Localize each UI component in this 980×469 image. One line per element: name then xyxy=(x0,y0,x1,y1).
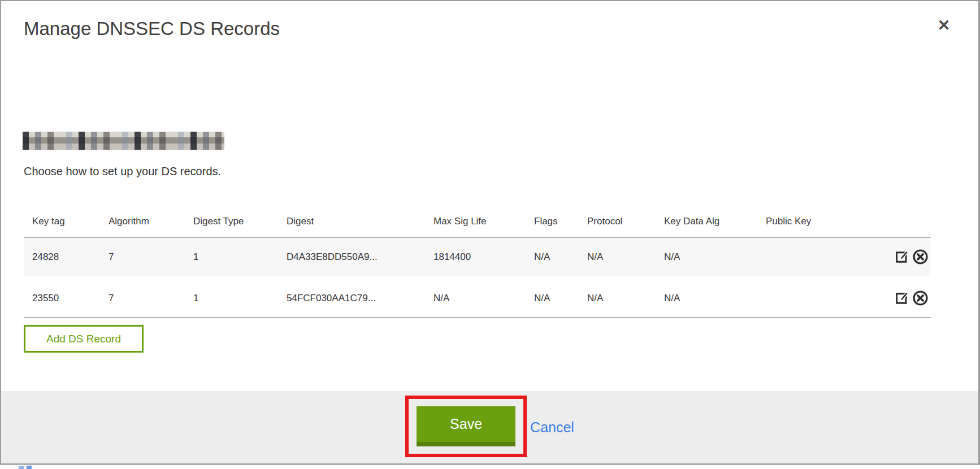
col-header-max-sig-life: Max Sig Life xyxy=(433,216,534,227)
delete-record-icon[interactable] xyxy=(912,290,929,307)
row-actions xyxy=(882,290,931,307)
col-header-algorithm: Algorithm xyxy=(109,216,193,227)
col-header-protocol: Protocol xyxy=(587,216,664,227)
cell-key-data-alg: N/A xyxy=(664,293,766,304)
table-bottom-rule xyxy=(24,317,931,318)
row-actions xyxy=(882,249,931,266)
cancel-link[interactable]: Cancel xyxy=(530,419,574,436)
col-header-digest: Digest xyxy=(287,216,433,227)
underlying-page-sliver xyxy=(0,465,980,469)
cell-digest-type: 1 xyxy=(193,293,287,304)
cell-max-sig-life: N/A xyxy=(433,293,534,304)
underlying-page-logo-fragment xyxy=(19,466,24,469)
annotation-highlight-box: Save xyxy=(405,396,527,457)
cell-algorithm: 7 xyxy=(109,251,193,263)
cell-digest: 54FCF030AA1C79... xyxy=(287,293,433,304)
col-header-public-key: Public Key xyxy=(766,216,882,227)
table-header-row: Key tag Algorithm Digest Type Digest Max… xyxy=(24,206,931,237)
cell-flags: N/A xyxy=(534,251,587,263)
col-header-digest-type: Digest Type xyxy=(193,216,287,227)
cell-flags: N/A xyxy=(534,293,587,304)
edit-record-icon[interactable] xyxy=(894,249,910,266)
table-row: 24828 7 1 D4A33E8DD550A9... 1814400 N/A … xyxy=(24,238,931,276)
cell-digest: D4A33E8DD550A9... xyxy=(287,251,433,263)
page-title: Manage DNSSEC DS Records xyxy=(24,18,280,40)
dialog-footer: Save Cancel xyxy=(1,391,978,463)
ds-records-table: Key tag Algorithm Digest Type Digest Max… xyxy=(24,206,931,318)
cell-key-tag: 24828 xyxy=(24,251,109,263)
delete-record-icon[interactable] xyxy=(912,249,929,266)
cell-protocol: N/A xyxy=(587,293,664,304)
redacted-domain-name xyxy=(23,132,224,150)
table-row: 23550 7 1 54FCF030AA1C79... N/A N/A N/A … xyxy=(24,279,931,317)
cell-max-sig-life: 1814400 xyxy=(433,251,534,263)
edit-record-icon[interactable] xyxy=(894,290,910,307)
save-button[interactable]: Save xyxy=(417,406,515,446)
instruction-text: Choose how to set up your DS records. xyxy=(24,165,221,178)
cell-protocol: N/A xyxy=(587,251,664,263)
cell-algorithm: 7 xyxy=(109,293,193,304)
col-header-flags: Flags xyxy=(534,216,587,227)
cell-key-data-alg: N/A xyxy=(664,251,766,263)
add-ds-record-button[interactable]: Add DS Record xyxy=(24,325,144,353)
cell-key-tag: 23550 xyxy=(24,293,109,304)
underlying-page-logo-fragment xyxy=(27,466,32,469)
close-icon[interactable]: ✕ xyxy=(934,16,953,35)
col-header-key-tag: Key tag xyxy=(24,216,109,227)
col-header-key-data-alg: Key Data Alg xyxy=(664,216,766,227)
dnssec-dialog: Manage DNSSEC DS Records ✕ Choose how to… xyxy=(0,0,980,465)
cell-digest-type: 1 xyxy=(193,251,287,263)
